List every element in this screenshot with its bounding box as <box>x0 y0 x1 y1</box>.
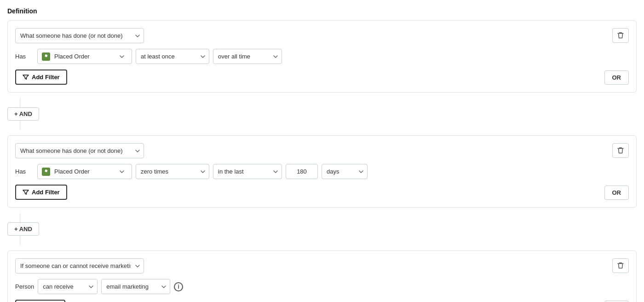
and-button-1[interactable]: + AND <box>7 107 39 121</box>
block3-delete-button[interactable] <box>612 258 629 273</box>
and-connector-1: + AND <box>7 98 637 130</box>
shopify-icon-2 <box>41 167 51 176</box>
section-title: Definition <box>7 7 637 15</box>
block2-period-select[interactable]: days weeks months years <box>322 164 368 179</box>
definition-section: Definition What someone has done (or not… <box>7 7 637 302</box>
block3-person-label: Person <box>15 283 34 290</box>
filter-icon-2 <box>23 189 29 196</box>
block1-add-filter-button[interactable]: Add Filter <box>15 70 67 85</box>
block1-delete-button[interactable] <box>612 28 629 43</box>
block2-event-wrapper: Placed Order Viewed Product Checkout Sta… <box>37 164 132 179</box>
block1-or-button[interactable]: OR <box>604 70 629 85</box>
shopify-icon-1 <box>41 52 51 61</box>
block3-marketing-select[interactable]: email marketing SMS marketing <box>101 279 170 294</box>
block3-add-filter-button[interactable]: Add filter <box>15 300 65 302</box>
condition-block-1: What someone has done (or not done) Prop… <box>7 20 637 93</box>
block1-frequency-select[interactable]: at least once zero times at least exactl… <box>136 49 209 64</box>
trash-icon-1 <box>617 32 624 39</box>
info-icon[interactable]: i <box>174 282 183 291</box>
trash-icon-2 <box>617 147 624 154</box>
block1-event-wrapper: Placed Order Viewed Product Checkout Sta… <box>37 49 132 64</box>
trash-icon-3 <box>617 262 624 269</box>
and-button-2[interactable]: + AND <box>7 222 39 236</box>
block1-has-label: Has <box>15 53 34 60</box>
block1-event-select[interactable]: Placed Order Viewed Product Checkout Sta… <box>54 49 128 64</box>
block2-add-filter-button[interactable]: Add Filter <box>15 185 67 200</box>
and-connector-2: + AND <box>7 213 637 245</box>
block2-frequency-select[interactable]: at least once zero times at least exactl… <box>136 164 209 179</box>
block1-main-select[interactable]: What someone has done (or not done) Prop… <box>15 28 144 43</box>
condition-block-2: What someone has done (or not done) Prop… <box>7 135 637 208</box>
block3-receive-select[interactable]: can receive cannot receive <box>38 279 98 294</box>
block2-main-select[interactable]: What someone has done (or not done) Prop… <box>15 143 144 158</box>
filter-icon-1 <box>23 74 29 81</box>
block2-or-button[interactable]: OR <box>604 186 629 200</box>
block2-delete-button[interactable] <box>612 143 629 158</box>
block2-event-select[interactable]: Placed Order Viewed Product Checkout Sta… <box>54 164 128 179</box>
block1-timeframe-select[interactable]: over all time in the last before after <box>213 49 282 64</box>
block2-has-label: Has <box>15 168 34 175</box>
block3-main-select[interactable]: What someone has done (or not done) Prop… <box>15 258 144 273</box>
condition-block-3: What someone has done (or not done) Prop… <box>7 250 637 302</box>
block2-timeframe-select[interactable]: over all time in the last before after <box>213 164 282 179</box>
block2-number-input[interactable]: 180 <box>286 164 318 179</box>
